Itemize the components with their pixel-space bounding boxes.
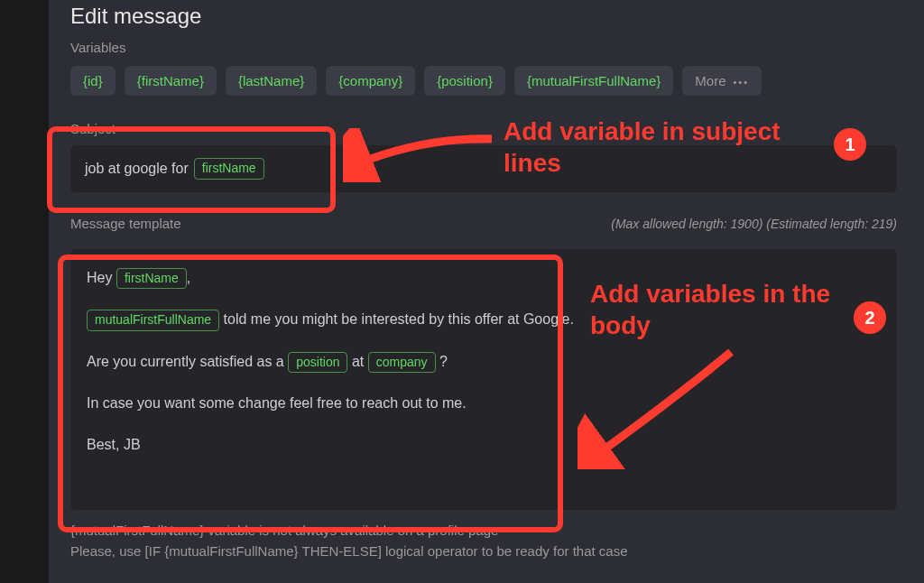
template-line: In case you want some change feel free t… (87, 393, 881, 414)
template-line: mutualFirstFullName told me you might be… (87, 309, 881, 331)
left-sidebar-strip (0, 0, 49, 583)
template-line: Best, JB (87, 434, 881, 456)
variable-chip-mutualfirstfullname[interactable]: {mutualFirstFullName} (514, 66, 673, 96)
subject-section: Subject job at google for firstName (70, 121, 897, 192)
template-text: Are you currently satisfied as a (87, 354, 288, 369)
variable-chip-position[interactable]: {position} (424, 66, 505, 96)
more-label: More (695, 73, 725, 88)
message-template-input[interactable]: Hey firstName, mutualFirstFullName told … (70, 249, 897, 511)
subject-text: job at google for (85, 161, 189, 177)
template-label: Message template (70, 216, 181, 231)
page-title: Edit message (70, 4, 897, 29)
max-length: (Max allowed length: 1900) (611, 217, 762, 231)
footnote-line: {mutualFirstFullName} variable is not al… (70, 521, 897, 541)
subject-input[interactable]: job at google for firstName (70, 145, 897, 192)
variable-chip-company[interactable]: {company} (326, 66, 415, 96)
template-variable-mutualfirstfullname[interactable]: mutualFirstFullName (87, 310, 219, 331)
subject-variable-firstname[interactable]: firstName (194, 158, 264, 180)
ellipsis-icon (733, 73, 749, 88)
footnote-line: Please, use [IF {mutualFirstFullName} TH… (70, 541, 897, 562)
variables-label: Variables (70, 40, 897, 55)
template-line: Are you currently satisfied as a positio… (87, 351, 881, 374)
footnote: {mutualFirstFullName} variable is not al… (70, 521, 897, 561)
template-line: Hey firstName, (87, 267, 881, 290)
template-variable-firstname[interactable]: firstName (116, 268, 187, 290)
template-text: at (347, 354, 367, 369)
template-variable-position[interactable]: position (288, 352, 347, 374)
variable-chip-id[interactable]: {id} (70, 66, 116, 96)
edit-message-panel: Edit message Variables {id} {firstName} … (49, 0, 924, 583)
template-header: Message template (Max allowed length: 19… (70, 216, 897, 240)
length-info: (Max allowed length: 1900) (Estimated le… (611, 217, 897, 231)
estimated-length: (Estimated length: 219) (766, 217, 897, 231)
template-text: ? (436, 354, 448, 369)
template-text: , (187, 270, 190, 285)
variable-chip-lastname[interactable]: {lastName} (226, 66, 317, 96)
template-text: Hey (87, 270, 116, 285)
more-variables-button[interactable]: More (682, 66, 762, 96)
variable-chips-row: {id} {firstName} {lastName} {company} {p… (70, 66, 897, 96)
template-variable-company[interactable]: company (368, 352, 436, 374)
variable-chip-firstname[interactable]: {firstName} (125, 66, 217, 96)
template-text: told me you might be interested by this … (219, 311, 574, 327)
subject-label: Subject (70, 121, 897, 136)
